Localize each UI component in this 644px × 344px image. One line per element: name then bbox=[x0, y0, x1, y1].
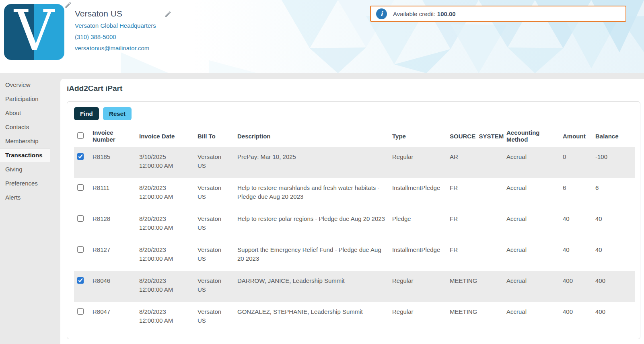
org-info-block: Versaton US Versaton Global Headquarters… bbox=[75, 9, 156, 56]
cell-accounting-method: Accrual bbox=[503, 302, 560, 333]
available-credit-label: Available credit: bbox=[393, 10, 436, 17]
sidebar-item-preferences[interactable]: Preferences bbox=[0, 176, 50, 190]
company-logo: V bbox=[4, 4, 64, 60]
sidebar-item-giving[interactable]: Giving bbox=[0, 162, 50, 176]
cell-balance: 400 bbox=[592, 302, 635, 333]
row-checkbox-cell bbox=[74, 147, 89, 178]
cell-type: Regular bbox=[389, 271, 446, 302]
sidebar-item-membership[interactable]: Membership bbox=[0, 134, 50, 148]
row-checkbox[interactable] bbox=[77, 153, 84, 160]
find-button[interactable]: Find bbox=[74, 107, 99, 120]
cell-source-system: AR bbox=[446, 147, 503, 178]
cell-amount: 6 bbox=[560, 178, 592, 209]
sidebar-item-participation[interactable]: Participation bbox=[0, 92, 50, 106]
row-checkbox[interactable] bbox=[77, 308, 84, 315]
cell-invoice-number: R8127 bbox=[89, 240, 136, 271]
sidebar-item-about[interactable]: About bbox=[0, 106, 50, 120]
invoices-table: Invoice NumberInvoice DateBill ToDescrip… bbox=[74, 125, 635, 333]
cell-bill-to: Versaton US bbox=[194, 240, 234, 271]
org-email-link[interactable]: versatonus@mailinator.com bbox=[75, 45, 156, 51]
table-row: R80468/20/2023 12:00:00 AMVersaton USDAR… bbox=[74, 271, 635, 302]
row-checkbox-cell bbox=[74, 240, 89, 271]
edit-logo-pencil-icon[interactable] bbox=[64, 1, 72, 9]
cell-bill-to: Versaton US bbox=[194, 209, 234, 240]
row-checkbox-cell bbox=[74, 178, 89, 209]
sidebar-item-transactions[interactable]: Transactions bbox=[0, 148, 50, 162]
cell-source-system: MEETING bbox=[446, 271, 503, 302]
main-content-panel: iAdd2Cart iPart Find Reset Invoice Numbe… bbox=[60, 79, 644, 344]
cell-accounting-method: Accrual bbox=[503, 271, 560, 302]
cell-description: GONZALEZ, STEPHANIE, Leadership Summit bbox=[234, 302, 389, 333]
page-title: iAdd2Cart iPart bbox=[67, 84, 644, 93]
cell-invoice-date: 8/20/2023 12:00:00 AM bbox=[136, 209, 194, 240]
available-credit-value: 100.00 bbox=[437, 10, 456, 17]
sidebar-nav: OverviewParticipationAboutContactsMember… bbox=[0, 73, 50, 344]
cell-source-system: FR bbox=[446, 178, 503, 209]
edit-org-pencil-icon[interactable] bbox=[164, 10, 172, 18]
cell-accounting-method: Accrual bbox=[503, 209, 560, 240]
cell-invoice-number: R8047 bbox=[89, 302, 136, 333]
cell-description: Help to restore polar regions - Pledge d… bbox=[234, 209, 389, 240]
row-checkbox[interactable] bbox=[77, 215, 84, 222]
cell-amount: 400 bbox=[560, 271, 592, 302]
cell-source-system: FR bbox=[446, 240, 503, 271]
company-banner: V Versaton US Versaton Global Headquarte… bbox=[0, 0, 644, 73]
cell-description: PrePay: Mar 10, 2025 bbox=[234, 147, 389, 178]
cell-invoice-number: R8111 bbox=[89, 178, 136, 209]
select-all-cell bbox=[74, 125, 89, 147]
cell-invoice-number: R8128 bbox=[89, 209, 136, 240]
cell-bill-to: Versaton US bbox=[194, 302, 234, 333]
available-credit-banner: i Available credit: 100.00 bbox=[370, 6, 626, 22]
cell-invoice-number: R8046 bbox=[89, 271, 136, 302]
column-header: Invoice Date bbox=[136, 125, 194, 147]
transactions-card: Find Reset Invoice NumberInvoice DateBil… bbox=[67, 101, 640, 339]
cell-invoice-date: 8/20/2023 12:00:00 AM bbox=[136, 178, 194, 209]
column-header: Invoice Number bbox=[89, 125, 136, 147]
cell-type: InstallmentPledge bbox=[389, 240, 446, 271]
cell-accounting-method: Accrual bbox=[503, 147, 560, 178]
cell-description: Support the Emergency Relief Fund - Pled… bbox=[234, 240, 389, 271]
table-row: R81118/20/2023 12:00:00 AMVersaton USHel… bbox=[74, 178, 635, 209]
cell-balance: -100 bbox=[592, 147, 635, 178]
cell-balance: 40 bbox=[592, 240, 635, 271]
table-row: R81853/10/2025 12:00:00 AMVersaton USPre… bbox=[74, 147, 635, 178]
row-checkbox[interactable] bbox=[77, 246, 84, 253]
column-header: Accounting Method bbox=[503, 125, 560, 147]
cell-invoice-number: R8185 bbox=[89, 147, 136, 178]
row-checkbox[interactable] bbox=[77, 184, 84, 191]
cell-accounting-method: Accrual bbox=[503, 240, 560, 271]
table-row: R81278/20/2023 12:00:00 AMVersaton USSup… bbox=[74, 240, 635, 271]
available-credit-text: Available credit: 100.00 bbox=[393, 10, 456, 17]
table-row: R80478/20/2023 12:00:00 AMVersaton USGON… bbox=[74, 302, 635, 333]
column-header: Type bbox=[389, 125, 446, 147]
cell-type: InstallmentPledge bbox=[389, 178, 446, 209]
cell-bill-to: Versaton US bbox=[194, 271, 234, 302]
cell-amount: 400 bbox=[560, 302, 592, 333]
cell-balance: 400 bbox=[592, 271, 635, 302]
info-icon: i bbox=[376, 8, 387, 19]
column-header: Amount bbox=[560, 125, 592, 147]
cell-type: Regular bbox=[389, 147, 446, 178]
cell-balance: 6 bbox=[592, 178, 635, 209]
cell-type: Regular bbox=[389, 302, 446, 333]
cell-invoice-date: 3/10/2025 12:00:00 AM bbox=[136, 147, 194, 178]
cell-accounting-method: Accrual bbox=[503, 178, 560, 209]
table-header-row: Invoice NumberInvoice DateBill ToDescrip… bbox=[74, 125, 635, 147]
select-all-checkbox[interactable] bbox=[77, 132, 84, 139]
logo-letter: V bbox=[4, 4, 64, 60]
cell-description: Help to restore marshlands and fresh wat… bbox=[234, 178, 389, 209]
cell-bill-to: Versaton US bbox=[194, 147, 234, 178]
org-phone-link[interactable]: (310) 388-5000 bbox=[75, 33, 156, 40]
row-checkbox[interactable] bbox=[77, 277, 84, 284]
column-header: Balance bbox=[592, 125, 635, 147]
cell-amount: 40 bbox=[560, 209, 592, 240]
table-row: R81288/20/2023 12:00:00 AMVersaton USHel… bbox=[74, 209, 635, 240]
row-checkbox-cell bbox=[74, 209, 89, 240]
cell-type: Pledge bbox=[389, 209, 446, 240]
org-headquarters-link[interactable]: Versaton Global Headquarters bbox=[75, 22, 156, 29]
sidebar-item-alerts[interactable]: Alerts bbox=[0, 190, 50, 204]
sidebar-item-overview[interactable]: Overview bbox=[0, 78, 50, 92]
reset-button[interactable]: Reset bbox=[103, 107, 132, 120]
sidebar-item-contacts[interactable]: Contacts bbox=[0, 120, 50, 134]
cell-amount: 0 bbox=[560, 147, 592, 178]
